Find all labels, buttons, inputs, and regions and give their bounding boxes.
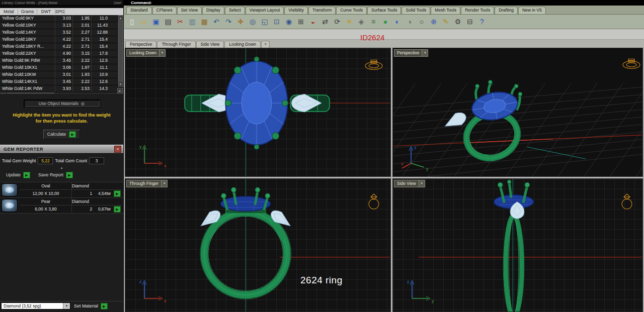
table-row[interactable]: Yellow Gold:10KY 3.13 2.01 11.43 xyxy=(0,22,117,29)
column-header[interactable]: Metal xyxy=(0,9,18,14)
pencil-icon[interactable]: ✎ xyxy=(440,16,451,27)
new-file-icon[interactable]: ▯ xyxy=(126,16,137,27)
use-object-materials-dropdown[interactable]: Use Object Materials ◎ xyxy=(24,99,100,108)
orbit-icon[interactable]: ⟳ xyxy=(332,16,343,27)
help-icon[interactable]: ? xyxy=(476,16,488,27)
viewport-title[interactable]: Looking Down xyxy=(126,49,159,57)
table-row[interactable]: Yellow Gold:22KY 4.90 3.15 17.8 xyxy=(0,50,117,57)
table-row[interactable]: Yellow Gold:18KY 4.22 2.71 15.4 xyxy=(0,36,117,43)
menu-tab[interactable]: Curve Tools xyxy=(336,7,367,14)
paste-icon[interactable]: ▦ xyxy=(199,16,210,27)
column-header[interactable]: SPG xyxy=(55,9,65,14)
scroll-right-icon[interactable]: ► xyxy=(117,88,123,93)
update-button[interactable]: Update ▶ xyxy=(6,172,30,178)
viewport-title[interactable]: Side View xyxy=(394,180,419,187)
menu-tab[interactable]: Surface Tools xyxy=(367,7,401,14)
gem-reporter-title: GEM REPORTER xyxy=(4,147,43,152)
command-bar[interactable]: Command: xyxy=(124,0,644,6)
gem-reporter-header[interactable]: GEM REPORTER × xyxy=(0,145,123,154)
table-row[interactable]: White Gold:10KW 3.01 1.93 10.9 xyxy=(0,71,117,78)
shaded-view-icon[interactable]: ● xyxy=(380,16,391,27)
scroll-up-icon[interactable]: ▲ xyxy=(118,15,123,21)
viewport-menu-icon[interactable]: ▼ xyxy=(422,49,428,57)
pan-icon[interactable]: ✚ xyxy=(235,16,246,27)
rendered-view-icon[interactable]: ◐ xyxy=(392,16,403,27)
open-folder-icon[interactable]: ▱ xyxy=(138,16,149,27)
layout-icon[interactable]: ⊟ xyxy=(464,16,475,27)
zoom-extents-icon[interactable]: ⊡ xyxy=(271,16,282,27)
menu-tab[interactable]: New in V5 xyxy=(518,7,546,14)
zoom-icon[interactable]: ◎ xyxy=(247,16,258,27)
menu-tab[interactable]: Visibility xyxy=(284,7,308,14)
viewport-title[interactable]: Perspective xyxy=(394,49,422,57)
close-icon[interactable]: × xyxy=(114,146,121,153)
viewport-menu-icon[interactable]: ▼ xyxy=(162,180,168,187)
menu-tab[interactable]: Display xyxy=(202,7,224,14)
print-icon[interactable]: ▤ xyxy=(163,16,174,27)
menu-tab[interactable]: Select xyxy=(225,7,245,14)
grid-snap-icon[interactable]: ⊞ xyxy=(295,16,306,27)
set-material-button[interactable]: Set Material ▶ xyxy=(74,303,108,309)
save-icon[interactable]: ▣ xyxy=(150,16,162,27)
gem-arrow-icon[interactable]: ▶ xyxy=(114,190,121,197)
redo-icon[interactable]: ↷ xyxy=(223,16,234,27)
copy-icon[interactable]: ▥ xyxy=(187,16,198,27)
material-dropdown[interactable]: Diamond (3,52 spg) ▼ xyxy=(1,302,70,309)
table-row[interactable]: Yellow Gold:9KY 3.03 1.95 11.0 xyxy=(0,15,117,22)
ghosted-view-icon[interactable]: ◑ xyxy=(404,16,415,27)
user-label[interactable]: User xyxy=(114,1,121,5)
globe-icon[interactable]: ⊕ xyxy=(428,16,439,27)
vertical-scrollbar[interactable]: ▲ ▼ xyxy=(117,15,123,87)
viewport-menu-icon[interactable]: ▼ xyxy=(419,180,425,187)
gem-row[interactable]: Oval 12,00 X 10,00 Diamond 1 4,54tw ▶ xyxy=(0,182,123,198)
undo-icon[interactable]: ↶ xyxy=(211,16,222,27)
new-viewport-tab[interactable]: + xyxy=(261,41,270,48)
viewport-tab[interactable]: Looking Down xyxy=(224,41,261,48)
menu-tab[interactable]: Drafting xyxy=(495,7,518,14)
gear-icon[interactable]: ⚙ xyxy=(452,16,463,27)
table-row[interactable]: White Gold:9K PdW 3.45 2.22 12.5 xyxy=(0,57,117,64)
viewport-tab[interactable]: Through Finger xyxy=(157,41,195,48)
table-row[interactable]: White Gold:14K PdW 3.93 2.53 14.3 xyxy=(0,85,117,92)
menu-tab[interactable]: Set View xyxy=(177,7,202,14)
layers-icon[interactable]: ≡ xyxy=(368,16,379,27)
collapse-toggle[interactable]: ▲ xyxy=(0,166,123,170)
total-gem-count-label: Total Gem Count xyxy=(55,158,87,163)
menu-tab[interactable]: Viewport Layout xyxy=(246,7,284,14)
scroll-down-icon[interactable]: ▼ xyxy=(118,81,123,87)
lock-icon[interactable]: ◈ xyxy=(356,16,367,27)
table-row[interactable]: Yellow Gold:18KY R... 4.22 2.71 15.4 xyxy=(0,43,117,50)
menu-tab[interactable]: Mesh Tools xyxy=(431,7,460,14)
zoom-selected-icon[interactable]: ◉ xyxy=(283,16,294,27)
viewport-perspective[interactable]: Perspective ▼ z x y xyxy=(392,48,643,177)
zoom-window-icon[interactable]: ◱ xyxy=(259,16,270,27)
viewport-through-finger[interactable]: Through Finger ▼ 2624 ring z x xyxy=(125,178,391,312)
wireframe-view-icon[interactable]: ○ xyxy=(416,16,427,27)
cut-icon[interactable]: ✂ xyxy=(175,16,186,27)
table-row[interactable]: White Gold:14KX1 3.45 2.22 12.6 xyxy=(0,78,117,85)
menu-tab[interactable]: Transform xyxy=(308,7,336,14)
gem-arrow-icon[interactable]: ▶ xyxy=(114,206,121,213)
table-row[interactable]: White Gold:10KX1 3.06 1.97 11.1 xyxy=(0,64,117,71)
scrollbar-thumb[interactable] xyxy=(118,21,123,81)
menu-tab[interactable]: Solid Tools xyxy=(401,7,430,14)
menu-tab[interactable]: Render Tools xyxy=(461,7,494,14)
gumball-icon[interactable]: ◒ xyxy=(307,16,318,27)
column-header[interactable]: Grams xyxy=(18,9,37,14)
viewport-looking-down[interactable]: Looking Down ▼ y x xyxy=(125,48,391,177)
viewport-tab[interactable]: Side View xyxy=(196,41,224,48)
gem-row[interactable]: Pear 6,00 X 3,80 Diamond 2 0,67tw ▶ xyxy=(0,198,123,214)
save-report-button[interactable]: Save Report ▶ xyxy=(38,172,73,178)
column-header[interactable]: DWT xyxy=(37,9,55,14)
calculate-button[interactable]: Calculate ▶ xyxy=(43,130,80,139)
lamp-icon[interactable]: ☀ xyxy=(344,16,355,27)
viewport-side-view[interactable]: Side View ▼ z y xyxy=(392,178,643,312)
viewport-title[interactable]: Through Finger xyxy=(126,180,162,187)
table-row[interactable]: Yellow Gold:14KY 3.52 2.27 12.88 xyxy=(0,29,117,36)
swap-view-icon[interactable]: ⇄ xyxy=(319,16,331,27)
viewport-menu-icon[interactable]: ▼ xyxy=(159,49,166,57)
menu-tab[interactable]: CPlanes xyxy=(152,7,177,14)
menu-tab[interactable]: Standard xyxy=(126,7,152,14)
dropdown-arrow-icon[interactable]: ▼ xyxy=(63,303,70,309)
viewport-tab[interactable]: Perspective xyxy=(125,41,156,48)
